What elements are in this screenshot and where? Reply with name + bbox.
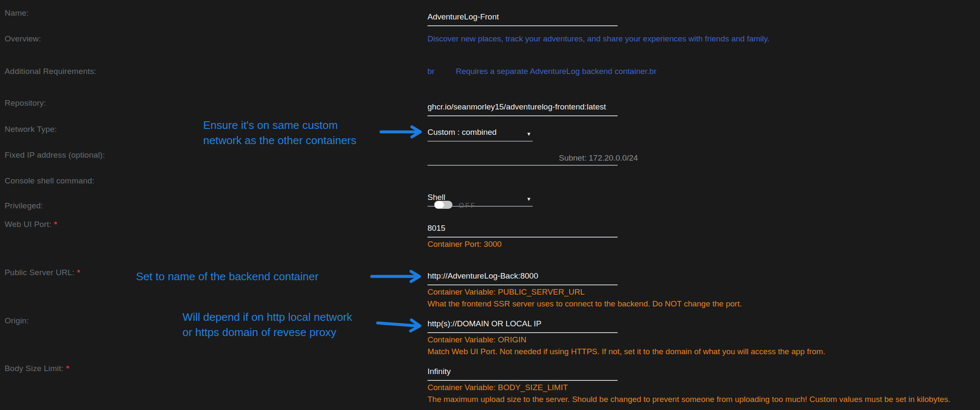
container-variable-line: Container Variable: ORIGIN bbox=[427, 334, 825, 346]
console-shell-value: Shell bbox=[427, 193, 445, 202]
additional-requirements-label: Additional Requirements: bbox=[5, 67, 96, 76]
network-type-value: Custom : combined bbox=[427, 128, 497, 137]
network-annotation: Ensure it's on same custom network as th… bbox=[203, 118, 357, 148]
body-size-limit-helpers: Container Variable: BODY_SIZE_LIMIT The … bbox=[427, 382, 950, 405]
webui-port-input[interactable] bbox=[427, 224, 618, 233]
additional-requirements-prefix: br bbox=[427, 67, 435, 76]
helper-description-line: What the frontend SSR server uses to con… bbox=[427, 298, 742, 310]
public-server-url-annotation: Set to name of the backend container bbox=[136, 269, 318, 284]
network-type-select[interactable]: Custom : combined ▼ bbox=[427, 128, 533, 142]
public-server-url-label: Public Server URL:* bbox=[5, 268, 80, 277]
container-edit-form: { "colors": { "background": "#1a1a1a", "… bbox=[0, 0, 980, 410]
network-type-label: Network Type: bbox=[5, 125, 57, 134]
container-variable-line: Container Variable: BODY_SIZE_LIMIT bbox=[427, 382, 950, 394]
webui-port-label: Web UI Port:* bbox=[5, 220, 57, 229]
privileged-toggle[interactable] bbox=[434, 201, 452, 209]
required-asterisk: * bbox=[54, 220, 57, 229]
repository-input-wrap bbox=[427, 102, 618, 116]
body-size-limit-input[interactable] bbox=[427, 367, 618, 376]
webui-port-helper: Container Port: 3000 bbox=[427, 238, 501, 250]
helper-description-line: Match Web UI Port. Not needed if using H… bbox=[427, 346, 825, 358]
additional-requirements-body: Requires a separate AdventureLog backend… bbox=[456, 67, 656, 76]
helper-description-line: The maximum upload size to the server. S… bbox=[427, 394, 950, 405]
origin-annotation: Will depend if on http local network or … bbox=[182, 309, 352, 340]
public-server-url-input[interactable] bbox=[427, 271, 618, 281]
name-input[interactable] bbox=[427, 12, 618, 22]
public-server-url-helpers: Container Variable: PUBLIC_SERVER_URL Wh… bbox=[427, 286, 742, 310]
origin-label: Origin: bbox=[5, 316, 29, 325]
required-asterisk: * bbox=[66, 364, 69, 373]
fixed-ip-label: Fixed IP address (optional): bbox=[5, 150, 105, 160]
overview-text: Discover new places, track your adventur… bbox=[427, 34, 770, 44]
origin-helpers: Container Variable: ORIGIN Match Web UI … bbox=[427, 334, 825, 358]
overview-label: Overview: bbox=[5, 34, 41, 44]
name-input-wrap bbox=[427, 12, 618, 26]
privileged-label: Privileged: bbox=[5, 201, 43, 210]
repository-label: Repository: bbox=[5, 98, 46, 108]
annotation-arrow-icon bbox=[375, 317, 426, 336]
body-size-limit-label: Body Size Limit:* bbox=[5, 364, 69, 373]
origin-input[interactable] bbox=[427, 319, 618, 328]
body-size-limit-input-wrap bbox=[427, 367, 618, 381]
repository-input[interactable] bbox=[427, 102, 618, 112]
additional-requirements-text: brRequires a separate AdventureLog backe… bbox=[427, 67, 656, 76]
annotation-arrow-icon bbox=[370, 269, 426, 284]
annotation-arrow-icon bbox=[378, 124, 427, 139]
chevron-down-icon: ▼ bbox=[526, 129, 531, 139]
chevron-down-icon: ▼ bbox=[526, 194, 531, 204]
public-server-url-input-wrap bbox=[427, 271, 618, 285]
origin-input-wrap bbox=[427, 319, 618, 333]
privileged-state: OFF bbox=[459, 202, 476, 210]
console-shell-label: Console shell command: bbox=[5, 176, 94, 186]
container-variable-line: Container Variable: PUBLIC_SERVER_URL bbox=[427, 286, 742, 298]
subnet-note: Subnet: 172.20.0.0/24 bbox=[559, 153, 638, 163]
required-asterisk: * bbox=[77, 268, 80, 277]
toggle-knob-icon bbox=[434, 201, 444, 209]
webui-port-input-wrap bbox=[427, 224, 618, 238]
name-label: Name: bbox=[5, 8, 29, 18]
